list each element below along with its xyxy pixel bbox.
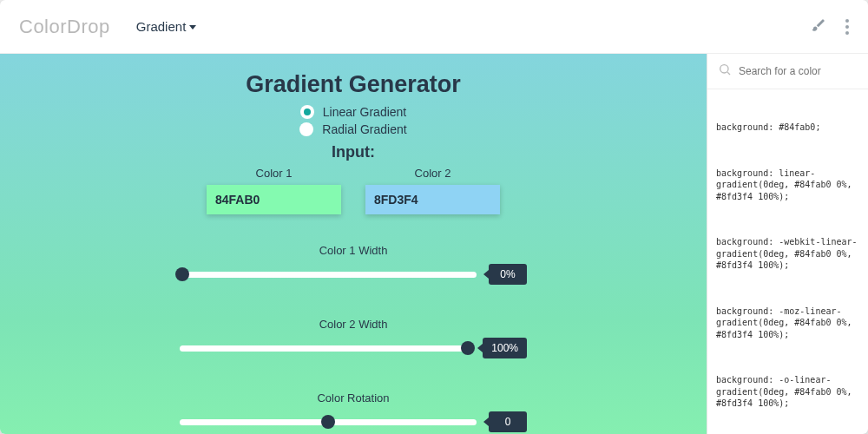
search-input[interactable] xyxy=(739,65,858,77)
svg-line-1 xyxy=(727,72,730,75)
app-window: ColorDrop Gradient Gradient Generator Li… xyxy=(0,0,868,434)
slider2-track[interactable] xyxy=(180,345,470,352)
color1-input[interactable] xyxy=(207,185,341,214)
color-inputs: Color 1 Color 2 xyxy=(26,167,681,214)
slider2-value: 100% xyxy=(483,338,527,358)
sliders: Color 1 Width 0% Color 2 Width 10 xyxy=(26,244,681,432)
radio-radial[interactable]: Radial Gradient xyxy=(299,122,406,136)
slider1-thumb[interactable] xyxy=(175,267,189,281)
slider-color2-width: Color 2 Width 100% xyxy=(33,318,674,358)
brand-title: ColorDrop xyxy=(19,16,110,38)
color2-input[interactable] xyxy=(365,185,500,214)
chevron-down-icon xyxy=(189,25,196,30)
slider1-value: 0% xyxy=(489,264,527,285)
slider3-value: 0 xyxy=(489,411,527,432)
code-line: background: -o-linear-gradient(0deg, #84… xyxy=(716,374,859,410)
css-output: background: #84fab0; background: linear-… xyxy=(707,89,868,434)
page-title: Gradient Generator xyxy=(26,71,681,98)
slider1-track[interactable] xyxy=(180,272,477,278)
page-dropdown[interactable]: Gradient xyxy=(136,19,197,34)
sidebar: background: #84fab0; background: linear-… xyxy=(707,54,868,434)
slider-rotation: Color Rotation 0 xyxy=(33,391,674,432)
gradient-type-group: Linear Gradient Radial Gradient xyxy=(26,105,681,136)
radio-unselected-icon xyxy=(299,122,313,136)
input-heading: Input: xyxy=(26,143,681,161)
kebab-menu-icon[interactable] xyxy=(845,19,849,35)
slider3-track[interactable] xyxy=(180,419,477,425)
code-line: background: -moz-linear-gradient(0deg, #… xyxy=(716,306,859,341)
slider3-row: 0 xyxy=(180,411,527,432)
slider2-label: Color 2 Width xyxy=(319,318,388,331)
slider-color1-width: Color 1 Width 0% xyxy=(33,244,674,285)
slider3-thumb[interactable] xyxy=(321,415,335,429)
svg-point-0 xyxy=(720,65,728,73)
color1-column: Color 1 xyxy=(207,167,341,214)
slider1-label: Color 1 Width xyxy=(319,244,388,257)
code-line: background: -webkit-linear-gradient(0deg… xyxy=(716,236,859,272)
code-line: background: #84fab0; xyxy=(716,122,859,134)
radio-linear-label: Linear Gradient xyxy=(323,105,407,119)
radio-radial-label: Radial Gradient xyxy=(322,122,406,136)
topbar-right xyxy=(811,17,849,36)
search-icon xyxy=(718,62,732,80)
color1-label: Color 1 xyxy=(256,167,293,180)
search-box xyxy=(707,54,868,89)
slider3-label: Color Rotation xyxy=(317,391,389,404)
brush-icon[interactable] xyxy=(811,17,826,36)
color2-label: Color 2 xyxy=(415,167,451,180)
code-line: background: linear-gradient(0deg, #84fab… xyxy=(716,168,859,203)
radio-linear[interactable]: Linear Gradient xyxy=(300,105,407,119)
color2-column: Color 2 xyxy=(365,167,500,214)
content: Gradient Generator Linear Gradient Radia… xyxy=(0,54,868,434)
radio-selected-icon xyxy=(300,105,314,119)
slider1-row: 0% xyxy=(180,264,527,285)
dropdown-label: Gradient xyxy=(136,19,187,34)
slider2-thumb[interactable] xyxy=(461,341,475,355)
topbar: ColorDrop Gradient xyxy=(0,0,868,54)
slider2-row: 100% xyxy=(180,338,527,358)
gradient-panel: Gradient Generator Linear Gradient Radia… xyxy=(0,54,707,434)
